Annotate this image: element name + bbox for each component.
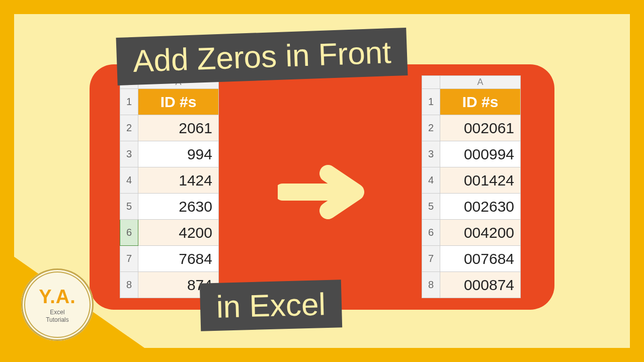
row-header: 3 [422, 141, 440, 167]
row-header: 7 [422, 246, 440, 272]
data-cell: 002061 [440, 115, 521, 141]
row-header: 2 [120, 115, 138, 141]
data-cell: 7684 [138, 246, 219, 272]
title-banner-top: Add Zeros in Front [116, 28, 408, 85]
row-header: 7 [120, 246, 138, 272]
data-cell: 2061 [138, 115, 219, 141]
data-cell: 4200 [138, 220, 219, 246]
row-header: 2 [422, 115, 440, 141]
excel-table-after: A 1 ID #s 200206130009944001424500263060… [422, 75, 521, 298]
row-header: 8 [422, 272, 440, 298]
row-header: 6 [120, 220, 138, 246]
data-cell: 004200 [440, 220, 521, 246]
channel-logo: Y.A. ExcelTutorials [21, 268, 94, 341]
table-corner [422, 76, 440, 89]
row-header: 4 [422, 167, 440, 194]
row-header: 6 [422, 220, 440, 246]
data-cell: 000874 [440, 272, 521, 298]
data-cell: 2630 [138, 194, 219, 220]
row-header: 8 [120, 272, 138, 298]
row-header: 5 [422, 194, 440, 220]
logo-initials: Y.A. [39, 286, 76, 308]
logo-subtitle: ExcelTutorials [46, 309, 69, 323]
data-cell: 007684 [440, 246, 521, 272]
data-cell: 000994 [440, 141, 521, 167]
row-header: 3 [120, 141, 138, 167]
header-cell: ID #s [440, 89, 521, 115]
row-header: 1 [120, 89, 138, 115]
row-header: 5 [120, 194, 138, 220]
header-cell: ID #s [138, 89, 219, 115]
data-cell: 1424 [138, 167, 219, 194]
arrow-icon [278, 167, 366, 217]
column-header: A [440, 76, 521, 89]
excel-table-before: A 1 ID #s 220613994414245263064200776848… [120, 75, 219, 298]
data-cell: 994 [138, 141, 219, 167]
row-header: 4 [120, 167, 138, 194]
data-cell: 001424 [440, 167, 521, 194]
data-cell: 002630 [440, 194, 521, 220]
row-header: 1 [422, 89, 440, 115]
title-banner-bottom: in Excel [200, 280, 342, 331]
